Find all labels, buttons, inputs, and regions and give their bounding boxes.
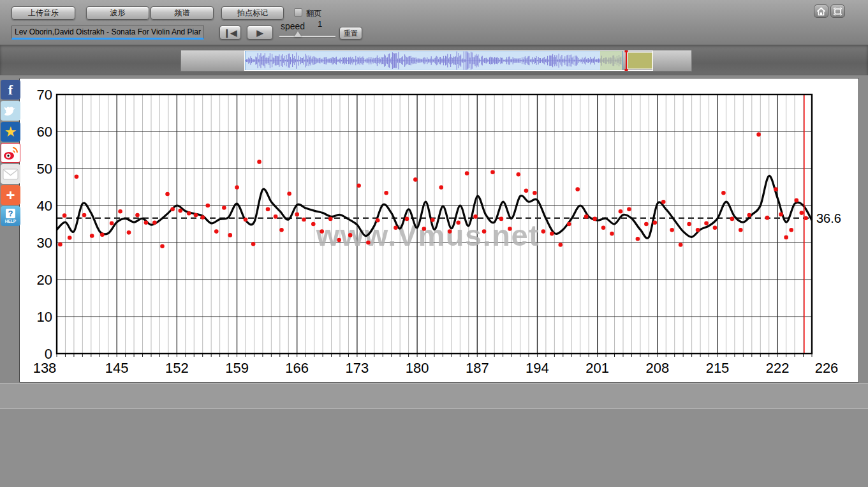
svg-text:226: 226 <box>815 360 839 376</box>
upload-music-button[interactable]: 上传音乐 <box>11 6 75 20</box>
svg-text:180: 180 <box>406 360 429 376</box>
social-sidebar: f ★ + ? HELP <box>1 80 21 227</box>
twitter-share-button[interactable] <box>1 101 20 121</box>
fullscreen-button[interactable] <box>830 4 845 18</box>
facebook-share-button[interactable]: f <box>1 80 20 100</box>
qzone-star-icon: ★ <box>4 123 17 142</box>
waveform-button[interactable]: 波形 <box>86 6 149 20</box>
weibo-icon <box>3 145 19 161</box>
addthis-share-button[interactable]: + <box>1 185 20 205</box>
svg-text:159: 159 <box>225 360 249 376</box>
svg-text:138: 138 <box>33 360 57 376</box>
weibo-share-button[interactable] <box>1 143 20 163</box>
fullscreen-icon <box>833 7 842 16</box>
svg-text:10: 10 <box>37 309 52 325</box>
svg-text:145: 145 <box>105 360 129 376</box>
beat-mark-button[interactable]: 拍点标记 <box>221 6 284 20</box>
play-button[interactable]: ▶ <box>247 26 273 40</box>
pageturn-label: 翻页 <box>306 8 321 19</box>
control-panel: 擦除 移动 删除 吸附 保存 载入 ▲▼ 每小节拍数 ▲▼ 弱起拍数 ▲▼ 小节… <box>0 408 868 487</box>
reset-button[interactable]: 重置 <box>339 27 362 40</box>
help-text: HELP <box>5 219 16 223</box>
speed-slider[interactable] <box>279 36 335 37</box>
play-icon: ▶ <box>257 28 263 38</box>
help-icon: ? <box>6 209 15 218</box>
track-title-input[interactable] <box>11 26 204 40</box>
mail-share-button[interactable] <box>1 164 20 184</box>
svg-text:222: 222 <box>766 360 790 376</box>
pageturn-checkbox[interactable]: ✓ <box>294 8 302 17</box>
status-bar: Manually mark beat with key (A, S, D, F)… <box>0 383 868 408</box>
rewind-button[interactable]: ❙◀ <box>219 26 241 40</box>
home-button[interactable] <box>814 4 828 18</box>
svg-text:36.6: 36.6 <box>816 211 841 225</box>
svg-text:60: 60 <box>37 124 52 140</box>
svg-text:152: 152 <box>165 360 189 376</box>
waveform-strip <box>0 45 868 75</box>
svg-text:173: 173 <box>346 360 369 376</box>
tempo-chart[interactable]: www.Vmus.net0102030405060701381451521591… <box>20 79 858 382</box>
svg-text:50: 50 <box>37 161 52 177</box>
svg-text:20: 20 <box>37 272 52 288</box>
waveform-overview <box>181 50 691 71</box>
svg-text:194: 194 <box>526 360 549 376</box>
qzone-share-button[interactable]: ★ <box>1 122 20 142</box>
home-icon <box>816 7 826 16</box>
svg-text:40: 40 <box>37 198 52 214</box>
mail-icon <box>3 169 18 180</box>
twitter-icon <box>3 105 18 117</box>
svg-text:30: 30 <box>37 235 52 251</box>
plus-icon: + <box>6 186 15 204</box>
speed-slider-thumb[interactable] <box>294 31 302 37</box>
waveform-track[interactable] <box>180 50 692 71</box>
help-button[interactable]: ? HELP <box>1 206 20 226</box>
spectrum-button[interactable]: 频谱 <box>151 6 214 20</box>
speed-label: speed <box>281 21 305 31</box>
svg-text:70: 70 <box>37 87 52 103</box>
speed-value: 1 <box>318 19 322 29</box>
top-toolbar: 上传音乐 波形 频谱 拍点标记 ✓ 翻页 ❙◀ ▶ speed 1 重置 <box>0 0 868 45</box>
svg-text:166: 166 <box>285 360 309 376</box>
rewind-icon: ❙◀ <box>224 28 237 38</box>
svg-text:187: 187 <box>466 360 489 376</box>
svg-text:215: 215 <box>706 360 730 376</box>
svg-text:208: 208 <box>645 360 669 376</box>
facebook-icon: f <box>8 80 13 100</box>
svg-text:201: 201 <box>585 360 609 376</box>
tempo-chart-panel: www.Vmus.net0102030405060701381451521591… <box>19 78 859 383</box>
